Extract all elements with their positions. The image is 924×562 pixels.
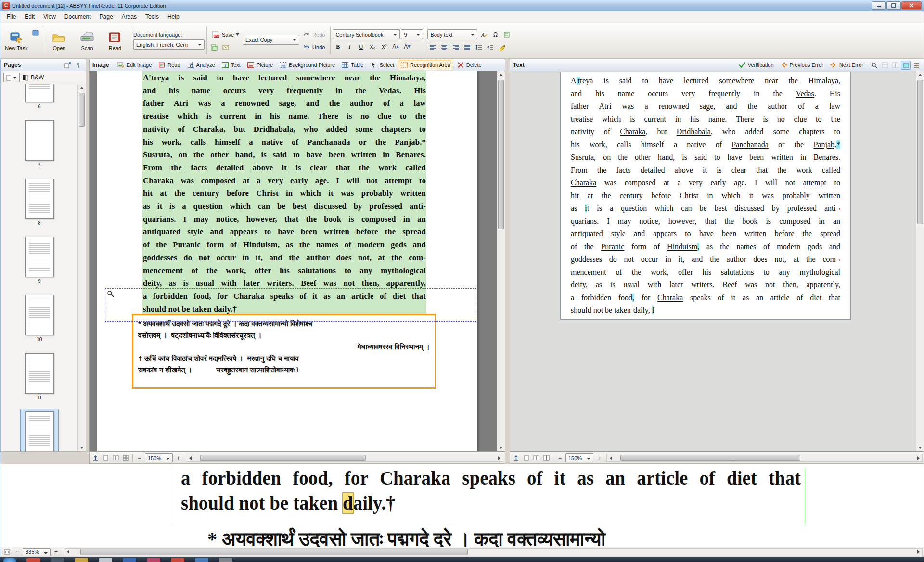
- page-thumbnail[interactable]: 10: [20, 292, 59, 344]
- indent-icon[interactable]: [485, 42, 496, 52]
- style-editor-icon[interactable]: [501, 29, 512, 40]
- highlighter-pen-icon[interactable]: [497, 42, 507, 52]
- scroll-down-icon[interactable]: [916, 444, 924, 451]
- text-properties-icon[interactable]: [911, 61, 921, 70]
- highlight-uncertain-toggle[interactable]: [901, 61, 911, 70]
- image-tool-delete[interactable]: Delete: [454, 60, 485, 70]
- scroll-up-icon[interactable]: [497, 71, 505, 78]
- one-page-view-icon[interactable]: [101, 453, 110, 462]
- increase-font-button[interactable]: A: [390, 41, 401, 52]
- fit-width-icon[interactable]: [512, 453, 521, 462]
- image-horizontal-scrollbar[interactable]: [186, 454, 503, 462]
- thumbnail-page-preview[interactable]: [25, 120, 54, 161]
- actual-size-icon[interactable]: [2, 548, 12, 557]
- page-thumbnail[interactable]: 9: [20, 234, 59, 285]
- preview-zoom-out-button[interactable]: −: [13, 548, 22, 557]
- image-tool-picture[interactable]: Picture: [244, 60, 276, 70]
- text-vertical-scrollbar[interactable]: [916, 71, 924, 451]
- taskbar-app-icon[interactable]: [51, 558, 64, 562]
- scroll-down-icon[interactable]: [78, 444, 86, 451]
- grid-view-icon[interactable]: [121, 453, 130, 462]
- minimize-button[interactable]: [872, 1, 886, 10]
- taskbar-app-icon[interactable]: [147, 558, 160, 562]
- two-page-view-icon[interactable]: [111, 453, 120, 462]
- scroll-right-icon[interactable]: [914, 549, 922, 556]
- open-button[interactable]: Open: [45, 25, 73, 57]
- image-tool-background-picture[interactable]: Background Picture: [276, 60, 338, 70]
- page-thumbnail[interactable]: 7: [20, 117, 59, 169]
- text-horizontal-scrollbar[interactable]: [606, 454, 923, 462]
- scan-button[interactable]: Scan: [73, 25, 101, 57]
- split-view-icon[interactable]: [542, 453, 551, 462]
- scroll-left-icon[interactable]: [186, 454, 194, 461]
- mail-icon[interactable]: [220, 42, 231, 52]
- decrease-font-button[interactable]: A: [402, 41, 412, 52]
- scroll-down-icon[interactable]: [497, 444, 505, 451]
- zoom-selection-rect[interactable]: [105, 288, 476, 322]
- pages-scrollbar[interactable]: [77, 84, 86, 451]
- text-tool-verification[interactable]: Verification: [735, 60, 777, 70]
- read-button[interactable]: Read: [101, 25, 129, 57]
- recognized-text-page[interactable]: A'treya is said to have lectured somewhe…: [560, 72, 851, 320]
- image-zoom-out-button[interactable]: −: [135, 453, 144, 462]
- italic-button[interactable]: I: [344, 41, 355, 52]
- undo-button[interactable]: Undo: [299, 42, 328, 52]
- redo-button[interactable]: Redo: [299, 29, 328, 40]
- new-task-button[interactable]: New Task: [2, 25, 30, 57]
- open-pages-icon[interactable]: [63, 61, 72, 70]
- image-tool-recognition-area[interactable]: Recognition Area: [398, 60, 453, 70]
- preview-hscroll-thumb[interactable]: [80, 549, 468, 555]
- picture-zone-footnotes[interactable]: * अयवक्शार्थं उदवसो जातः पद्मगदे दुरे । …: [132, 314, 436, 389]
- thumbnail-page-preview[interactable]: [25, 237, 54, 277]
- image-hscroll-thumb[interactable]: [200, 455, 366, 461]
- text-hscroll-thumb[interactable]: [620, 455, 800, 461]
- align-justify-icon[interactable]: [462, 42, 473, 52]
- text-recognition-zone[interactable]: A'treya is said to have lectured somewhe…: [142, 71, 426, 316]
- text-zoom-select[interactable]: 150%: [565, 453, 593, 462]
- image-tool-edit-image[interactable]: Edit Image: [114, 60, 155, 70]
- save-button[interactable]: PDF Save: [209, 29, 243, 40]
- two-page-view-icon[interactable]: [532, 453, 541, 462]
- pages-view-select[interactable]: [3, 73, 20, 82]
- image-vertical-scrollbar[interactable]: [497, 71, 505, 451]
- thumbnail-page-preview[interactable]: [25, 353, 54, 394]
- bold-button[interactable]: B: [333, 41, 343, 52]
- menu-file[interactable]: File: [2, 12, 20, 22]
- subscript-button[interactable]: x₂: [367, 41, 378, 52]
- zoom-window-icon[interactable]: [869, 61, 879, 70]
- page-layout-icon[interactable]: [880, 61, 889, 70]
- image-tool-analyze[interactable]: Analyze: [184, 60, 218, 70]
- close-button[interactable]: [901, 1, 922, 10]
- align-center-icon[interactable]: [439, 42, 449, 52]
- taskbar-app-icon[interactable]: [26, 558, 40, 562]
- windows-taskbar[interactable]: [0, 557, 924, 562]
- scroll-left-icon[interactable]: [607, 454, 615, 461]
- taskbar-app-icon[interactable]: [219, 558, 232, 562]
- image-tool-table[interactable]: Table: [338, 60, 366, 70]
- pin-panel-icon[interactable]: [73, 61, 83, 70]
- fit-width-icon[interactable]: [91, 453, 100, 462]
- thumbnail-page-preview[interactable]: [25, 411, 54, 451]
- page-thumbnail[interactable]: 8: [20, 176, 59, 227]
- underline-button[interactable]: U: [356, 41, 366, 52]
- scroll-up-icon[interactable]: [78, 84, 86, 91]
- image-tool-read[interactable]: Read: [155, 60, 183, 70]
- quick-task-icon[interactable]: [30, 27, 41, 38]
- align-left-icon[interactable]: [427, 42, 438, 52]
- taskbar-app-icon[interactable]: [99, 558, 112, 562]
- taskbar-app-icon[interactable]: [123, 558, 136, 562]
- format-marks-icon[interactable]: [890, 61, 900, 70]
- preview-zoom-select[interactable]: 335%: [23, 548, 51, 556]
- superscript-button[interactable]: x²: [379, 41, 389, 52]
- page-thumbnail[interactable]: 12: [20, 409, 59, 451]
- scroll-right-icon[interactable]: [914, 454, 922, 461]
- paragraph-style-select[interactable]: Body text: [427, 29, 477, 39]
- scroll-right-icon[interactable]: [495, 454, 503, 461]
- maximize-button[interactable]: [886, 1, 901, 10]
- taskbar-app-icon[interactable]: [195, 558, 208, 562]
- pages-scroll-thumb[interactable]: [79, 93, 85, 127]
- special-character-button[interactable]: Ω: [490, 29, 500, 40]
- text-tool-previous-error[interactable]: Previous Error: [777, 60, 826, 70]
- menu-edit[interactable]: Edit: [20, 12, 39, 22]
- document-language-select[interactable]: English; French; Gerrr: [133, 39, 205, 50]
